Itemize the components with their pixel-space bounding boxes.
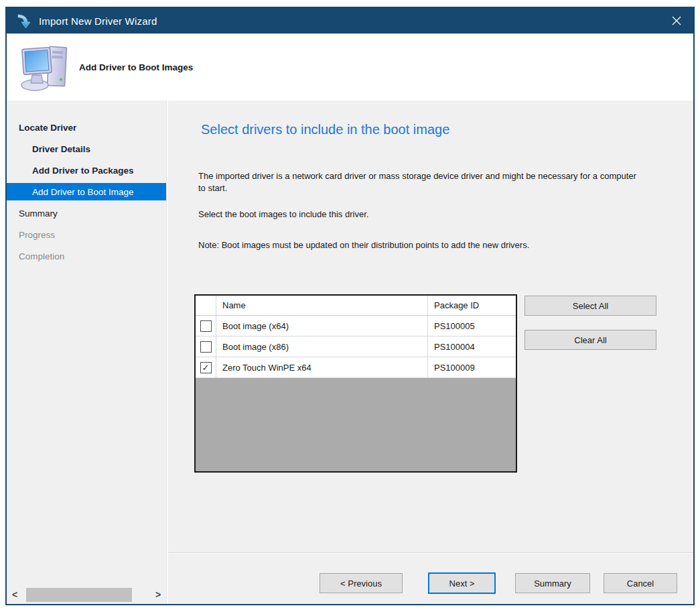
- computer-icon: [17, 39, 72, 95]
- previous-button[interactable]: < Previous: [320, 573, 403, 593]
- select-all-button[interactable]: Select All: [524, 296, 656, 316]
- sidebar-item-summary[interactable]: Summary: [7, 202, 166, 224]
- clear-all-button[interactable]: Clear All: [524, 330, 656, 350]
- scrollbar-thumb[interactable]: [26, 588, 132, 602]
- next-button[interactable]: Next >: [428, 572, 496, 594]
- scroll-left-icon[interactable]: <: [7, 587, 22, 603]
- table-header-row: Name Package ID: [196, 296, 516, 316]
- boot-image-name: Zero Touch WinPE x64: [216, 357, 428, 377]
- window-title: Import New Driver Wizard: [39, 15, 157, 27]
- check-icon: ✓: [202, 363, 210, 372]
- sidebar-item-completion: Completion: [7, 245, 166, 267]
- package-id: PS100005: [428, 316, 516, 336]
- instruction-text: Select the boot images to include this d…: [198, 208, 638, 221]
- note-text: Note: Boot images must be updated on the…: [198, 239, 638, 251]
- sidebar-item-add-driver-to-boot-image[interactable]: Add Driver to Boot Image: [7, 183, 166, 200]
- title-bar: Import New Driver Wizard: [7, 8, 693, 34]
- scroll-right-icon[interactable]: >: [151, 587, 165, 603]
- sidebar-item-progress: Progress: [7, 224, 166, 245]
- wizard-body: Locate Driver Driver Details Add Driver …: [7, 101, 693, 604]
- footer-divider: [168, 552, 693, 554]
- description-text: The imported driver is a network card dr…: [198, 170, 638, 194]
- cancel-button[interactable]: Cancel: [604, 573, 677, 593]
- boot-image-name: Boot image (x64): [216, 316, 428, 336]
- package-id: PS100004: [428, 336, 516, 357]
- boot-image-name: Boot image (x86): [216, 336, 428, 357]
- row-checkbox-checked[interactable]: ✓: [200, 362, 212, 373]
- package-id: PS100009: [428, 357, 516, 377]
- checkbox-column-header: [196, 296, 216, 315]
- wizard-curved-arrow-icon: [15, 12, 32, 29]
- page-heading: Select drivers to include in the boot im…: [201, 122, 449, 137]
- boot-images-table: Name Package ID Boot image (x64) PS10000…: [194, 294, 517, 473]
- wizard-page-title: Add Driver to Boot Images: [79, 62, 193, 72]
- table-row[interactable]: Boot image (x64) PS100005: [196, 316, 516, 336]
- wizard-steps-sidebar: Locate Driver Driver Details Add Driver …: [7, 101, 166, 604]
- sidebar-item-driver-details[interactable]: Driver Details: [7, 138, 166, 160]
- summary-button[interactable]: Summary: [515, 573, 590, 593]
- sidebar-item-locate-driver[interactable]: Locate Driver: [7, 117, 166, 138]
- close-icon[interactable]: [665, 11, 688, 31]
- sidebar-item-add-driver-to-packages[interactable]: Add Driver to Packages: [7, 160, 166, 181]
- import-new-driver-wizard-window: Import New Driver Wizard: [5, 7, 695, 605]
- table-row[interactable]: ✓ Zero Touch WinPE x64 PS100009: [196, 357, 516, 378]
- package-id-column-header: Package ID: [428, 296, 516, 315]
- row-checkbox-unchecked[interactable]: [200, 320, 212, 332]
- wizard-main-content: Select drivers to include in the boot im…: [168, 101, 693, 604]
- name-column-header: Name: [216, 296, 428, 315]
- table-row[interactable]: Boot image (x86) PS100004: [196, 336, 516, 357]
- row-checkbox-unchecked[interactable]: [200, 341, 212, 353]
- horizontal-scrollbar[interactable]: < >: [7, 587, 165, 603]
- screen-background: Import New Driver Wizard: [0, 0, 700, 612]
- wizard-header: Add Driver to Boot Images: [7, 34, 693, 101]
- table-empty-area: [196, 378, 516, 471]
